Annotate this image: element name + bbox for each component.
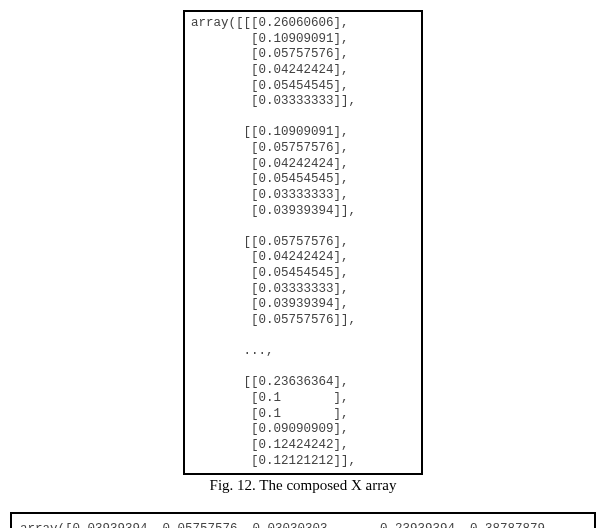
figure-12-caption: Fig. 12. The composed X array xyxy=(10,477,596,494)
figure-12: array([[[0.26060606], [0.10909091], [0.0… xyxy=(10,10,596,494)
spacer xyxy=(10,494,596,512)
figure-13: array([0.03939394, 0.05757576, 0.0303030… xyxy=(10,512,596,528)
x-array-output: array([[[0.26060606], [0.10909091], [0.0… xyxy=(183,10,423,475)
y-array-output: array([0.03939394, 0.05757576, 0.0303030… xyxy=(10,512,596,528)
